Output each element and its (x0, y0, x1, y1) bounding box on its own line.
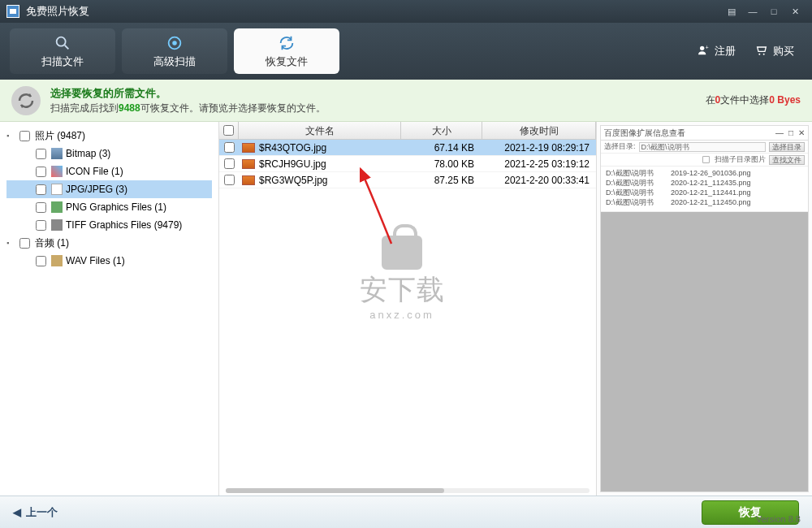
gear-icon (166, 34, 184, 52)
file-checkbox[interactable] (224, 142, 235, 153)
tab-recover-label: 恢复文件 (266, 54, 308, 69)
file-name: $RCJH9GU.jpg (259, 158, 326, 170)
preview-dir-label: 选择目录: (604, 141, 636, 152)
file-row[interactable]: $RG3WQ5P.jpg 87.25 KB 2021-2-20 00:33:41 (219, 172, 596, 188)
app-title: 免费照片恢复 (26, 4, 89, 19)
col-header-size[interactable]: 大小 (401, 122, 482, 139)
preview-scan-sub-checkbox[interactable] (702, 156, 710, 163)
file-size: 78.00 KB (401, 158, 482, 170)
file-size: 67.14 KB (401, 142, 482, 154)
preview-path-input[interactable]: D:\截图\说明书 (639, 142, 766, 152)
back-button[interactable]: ◀ 上一个 (13, 505, 58, 520)
preview-pane: 百度图像扩展信息查看—□✕ 选择目录: D:\截图\说明书 选择目录 扫描子目录… (597, 122, 812, 496)
close-icon[interactable]: ✕ (784, 3, 806, 19)
svg-point-4 (700, 45, 704, 50)
user-icon: + (697, 44, 710, 59)
png-icon (51, 201, 63, 213)
file-checkbox[interactable] (224, 175, 235, 185)
select-all-checkbox[interactable] (223, 125, 234, 136)
tab-advanced-label: 高级扫描 (153, 54, 196, 69)
tree-icon-file[interactable]: ICON File (1) (6, 162, 212, 180)
tree-icon-checkbox[interactable] (36, 167, 46, 177)
register-button[interactable]: + 注册 (697, 44, 736, 59)
category-tree: ▪照片 (9487) Bitmap (3) ICON File (1) JPG/… (0, 122, 219, 496)
tree-audio[interactable]: ▪音频 (1) (6, 234, 212, 252)
preview-window-title: 百度图像扩展信息查看 (604, 128, 685, 139)
info-icon (11, 86, 41, 115)
svg-point-6 (758, 53, 760, 54)
svg-line-1 (65, 45, 69, 49)
arrow-left-icon: ◀ (13, 506, 21, 518)
version-label: Version 8.8 (756, 510, 801, 528)
info-title: 选择要恢复的所需文件。 (50, 85, 326, 102)
tree-tiff-checkbox[interactable] (36, 220, 46, 231)
buy-label: 购买 (773, 44, 794, 58)
tree-png-checkbox[interactable] (36, 202, 46, 213)
tree-jpeg-checkbox[interactable] (36, 184, 46, 195)
refresh-icon (278, 34, 296, 52)
maximize-icon[interactable]: □ (763, 3, 784, 19)
file-row[interactable]: $R43QTOG.jpg 67.14 KB 2021-2-19 08:29:17 (219, 140, 596, 156)
col-header-name[interactable]: 文件名 (239, 122, 401, 139)
preview-read-button[interactable]: 查找文件 (769, 155, 805, 165)
col-header-date[interactable]: 修改时间 (482, 122, 596, 139)
thumbnail-icon (242, 159, 255, 169)
thumbnail-icon (242, 143, 255, 153)
file-size: 87.25 KB (401, 175, 482, 186)
app-icon (6, 5, 19, 18)
bitmap-icon (51, 148, 63, 159)
tree-wav[interactable]: WAV Files (1) (6, 252, 212, 270)
tree-tiff[interactable]: TIFF Graphics Files (9479) (6, 216, 212, 234)
tab-scan-files[interactable]: 扫描文件 (10, 28, 115, 74)
preview-select-dir-button[interactable]: 选择目录 (769, 142, 805, 152)
file-date: 2021-2-20 00:33:41 (482, 175, 596, 186)
preview-max-icon[interactable]: □ (788, 128, 793, 137)
minimize-icon[interactable]: — (742, 3, 763, 19)
svg-text:+: + (706, 44, 709, 50)
tab-recover-files[interactable]: 恢复文件 (234, 28, 339, 74)
tree-bitmap-checkbox[interactable] (36, 149, 46, 159)
tree-png[interactable]: PNG Graphics Files (1) (6, 198, 212, 216)
file-date: 2021-2-25 03:19:12 (482, 158, 596, 170)
back-label: 上一个 (26, 505, 58, 520)
svg-point-7 (763, 53, 765, 54)
tab-scan-label: 扫描文件 (41, 54, 84, 69)
preview-scan-sub-label: 扫描子目录图片 (715, 154, 766, 165)
tree-wav-checkbox[interactable] (36, 256, 46, 266)
tiff-icon (51, 219, 63, 231)
file-date: 2021-2-19 08:29:17 (482, 142, 596, 154)
tree-photos[interactable]: ▪照片 (9487) (6, 127, 212, 145)
preview-file-list: D:\截图\说明书2019-12-26_901036.png D:\截图\说明书… (601, 167, 808, 212)
thumbnail-icon (242, 175, 255, 185)
preview-close-icon[interactable]: ✕ (798, 128, 805, 137)
svg-point-3 (172, 41, 177, 45)
preview-min-icon[interactable]: — (775, 128, 784, 137)
file-row[interactable]: $RCJH9GU.jpg 78.00 KB 2021-2-25 03:19:12 (219, 156, 596, 172)
preview-image-area (601, 212, 808, 491)
tree-jpeg[interactable]: JPG/JPEG (3) (6, 180, 212, 198)
selection-status: 在0文件中选择0 Byes (706, 93, 801, 107)
svg-point-0 (57, 37, 66, 45)
tab-advanced-scan[interactable]: 高级扫描 (122, 28, 227, 74)
tree-audio-checkbox[interactable] (19, 238, 30, 249)
file-name: $RG3WQ5P.jpg (259, 175, 328, 186)
tree-bitmap[interactable]: Bitmap (3) (6, 145, 212, 162)
file-name: $R43QTOG.jpg (259, 142, 326, 154)
file-checkbox[interactable] (224, 158, 235, 169)
jpeg-icon (51, 184, 63, 195)
info-subtitle: 扫描完成后找到9488可恢复文件。请预览并选择要恢复的文件。 (50, 101, 326, 115)
magnifier-icon (54, 34, 71, 52)
horizontal-scrollbar[interactable] (226, 488, 590, 493)
iconfile-icon (51, 166, 63, 177)
file-list-pane: 文件名 大小 修改时间 $R43QTOG.jpg 67.14 KB 2021-2… (219, 122, 597, 496)
cart-icon (755, 44, 768, 59)
buy-button[interactable]: 购买 (755, 44, 794, 59)
options-icon[interactable]: ▤ (721, 3, 742, 19)
register-label: 注册 (715, 44, 736, 58)
tree-photos-checkbox[interactable] (19, 131, 30, 141)
wav-icon (51, 255, 63, 266)
